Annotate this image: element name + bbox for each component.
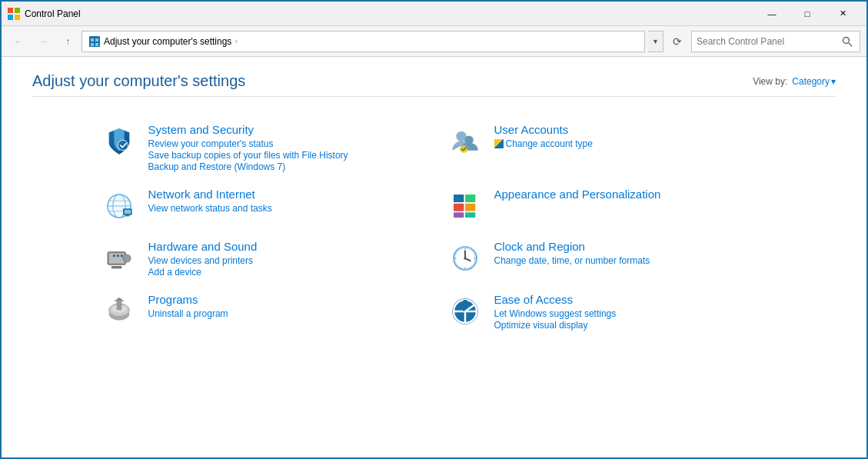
network-status-link[interactable]: View network status and tasks [148, 203, 422, 214]
view-by-label: View by: [753, 76, 787, 87]
system-security-title[interactable]: System and Security [148, 123, 422, 136]
network-internet-info: Network and Internet View network status… [148, 188, 422, 214]
title-bar: Control Panel — □ ✕ [2, 2, 866, 26]
content-area: Adjust your computer's settings View by:… [2, 57, 866, 354]
change-account-link[interactable]: Change account type [494, 138, 768, 149]
svg-point-41 [464, 257, 466, 259]
svg-point-34 [112, 254, 115, 257]
review-status-link[interactable]: Review your computer's status [148, 138, 422, 149]
svg-rect-1 [15, 8, 20, 13]
optimize-display-link[interactable]: Optimize visual display [494, 320, 768, 331]
close-button[interactable]: ✕ [825, 2, 860, 26]
svg-rect-23 [125, 215, 129, 217]
address-path: Adjust your computer's settings › [81, 31, 645, 52]
hardware-sound-info: Hardware and Sound View devices and prin… [148, 240, 422, 278]
file-history-link[interactable]: Save backup copies of your files with Fi… [148, 150, 422, 161]
category-network-internet[interactable]: Network and Internet View network status… [88, 180, 434, 232]
svg-rect-25 [454, 204, 464, 211]
app-icon [8, 8, 20, 20]
backup-restore-link[interactable]: Backup and Restore (Windows 7) [148, 161, 422, 172]
content-header: Adjust your computer's settings View by:… [32, 72, 836, 97]
uninstall-link[interactable]: Uninstall a program [148, 308, 422, 319]
hardware-sound-title[interactable]: Hardware and Sound [148, 240, 422, 253]
svg-line-10 [849, 43, 852, 46]
svg-point-9 [843, 37, 850, 43]
svg-rect-49 [116, 301, 121, 311]
windows-suggest-link[interactable]: Let Windows suggest settings [494, 308, 768, 319]
svg-point-11 [118, 140, 128, 150]
system-security-icon [101, 123, 138, 160]
system-security-links: Review your computer's status Save backu… [148, 138, 422, 172]
search-box [691, 31, 860, 52]
category-user-accounts[interactable]: User Accounts Change account type [434, 115, 780, 180]
svg-rect-2 [8, 15, 13, 20]
clock-region-info: Clock and Region Change date, time, or n… [494, 240, 768, 266]
address-dropdown-button[interactable]: ▼ [648, 31, 663, 52]
search-button[interactable] [840, 34, 855, 49]
user-accounts-icon [447, 123, 484, 160]
network-internet-links: View network status and tasks [148, 203, 422, 214]
ease-access-links: Let Windows suggest settings Optimize vi… [494, 308, 768, 331]
clock-region-links: Change date, time, or number formats [494, 255, 768, 266]
ease-access-title[interactable]: Ease of Access [494, 293, 768, 306]
view-by-control: View by: Category ▾ [753, 76, 836, 87]
shield-icon [494, 139, 504, 148]
svg-point-35 [116, 254, 118, 257]
svg-rect-24 [454, 195, 464, 202]
programs-links: Uninstall a program [148, 308, 422, 319]
category-system-security[interactable]: System and Security Review your computer… [88, 115, 434, 180]
window-title: Control Panel [25, 8, 754, 19]
view-by-dropdown[interactable]: Category ▾ [792, 76, 836, 87]
user-accounts-title[interactable]: User Accounts [494, 123, 768, 136]
programs-icon [101, 293, 138, 330]
minimize-button[interactable]: — [754, 2, 790, 26]
date-time-link[interactable]: Change date, time, or number formats [494, 255, 768, 266]
add-device-link[interactable]: Add a device [148, 267, 422, 278]
svg-point-36 [120, 254, 122, 257]
svg-marker-50 [114, 298, 124, 301]
system-security-info: System and Security Review your computer… [148, 123, 422, 172]
ease-access-info: Ease of Access Let Windows suggest setti… [494, 293, 768, 331]
svg-rect-8 [95, 43, 98, 46]
hardware-sound-links: View devices and printers Add a device [148, 255, 422, 278]
category-ease-access[interactable]: Ease of Access Let Windows suggest setti… [434, 285, 780, 338]
appearance-info: Appearance and Personalization [494, 188, 768, 203]
svg-rect-6 [95, 38, 98, 42]
appearance-title[interactable]: Appearance and Personalization [494, 188, 768, 201]
refresh-button[interactable]: ⟳ [667, 31, 688, 52]
breadcrumb-separator: › [234, 37, 237, 45]
window-controls: — □ ✕ [754, 2, 860, 26]
categories-grid: System and Security Review your computer… [88, 115, 780, 338]
appearance-icon [447, 188, 484, 225]
clock-region-title[interactable]: Clock and Region [494, 240, 768, 253]
svg-rect-5 [91, 38, 94, 42]
maximize-button[interactable]: □ [790, 2, 825, 26]
programs-title[interactable]: Programs [148, 293, 422, 306]
svg-rect-29 [465, 212, 475, 218]
network-internet-icon [101, 188, 138, 225]
svg-rect-22 [124, 210, 130, 214]
svg-rect-7 [91, 43, 94, 46]
svg-rect-0 [8, 8, 13, 13]
svg-rect-26 [465, 195, 475, 202]
svg-rect-27 [465, 204, 475, 211]
network-internet-title[interactable]: Network and Internet [148, 188, 422, 201]
address-bar: ← → ↑ Adjust your computer's settings › … [2, 26, 866, 57]
breadcrumb-controlpanel[interactable]: Adjust your computer's settings [104, 36, 231, 47]
svg-rect-28 [454, 212, 464, 218]
back-button[interactable]: ← [8, 31, 29, 52]
page-title: Adjust your computer's settings [32, 72, 245, 90]
search-input[interactable] [697, 36, 836, 47]
category-hardware-sound[interactable]: Hardware and Sound View devices and prin… [88, 232, 434, 285]
ease-access-icon [447, 293, 484, 330]
category-appearance[interactable]: Appearance and Personalization [434, 180, 780, 232]
user-accounts-info: User Accounts Change account type [494, 123, 768, 149]
forward-button[interactable]: → [32, 31, 54, 52]
user-accounts-links: Change account type [494, 138, 768, 149]
up-button[interactable]: ↑ [57, 31, 78, 52]
category-clock-region[interactable]: Clock and Region Change date, time, or n… [434, 232, 780, 285]
devices-printers-link[interactable]: View devices and printers [148, 255, 422, 266]
hardware-sound-icon [101, 240, 138, 277]
category-programs[interactable]: Programs Uninstall a program [88, 285, 434, 338]
clock-region-icon [447, 240, 484, 277]
